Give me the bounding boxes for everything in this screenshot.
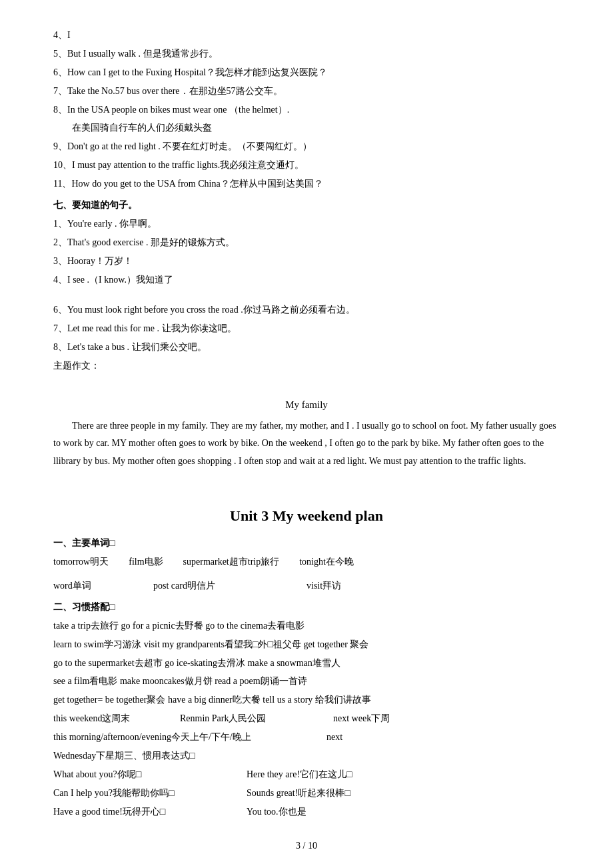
vocab-supermarket: supermarket超市trip旅行 — [183, 553, 280, 571]
sentence-6: 6、You must look right before you cross t… — [53, 301, 560, 319]
vocab-word: word单词 — [53, 577, 133, 595]
unit-title: Unit 3 My weekend plan — [53, 503, 560, 530]
sentence-4: 4、I see .（I know.）我知道了 — [53, 271, 560, 289]
essay-title: My family — [53, 396, 560, 415]
phrase-7b: next — [326, 729, 342, 746]
line-9: 9、Don't go at the red light . 不要在红灯时走。（不… — [53, 138, 560, 155]
vocab-row-1: tomorrow明天 film电影 supermarket超市trip旅行 to… — [53, 553, 560, 571]
vocab-postcard: post card明信片 — [153, 577, 287, 595]
section-seven-label: 七、要知道的句子。 — [53, 197, 560, 214]
line-10: 10、I must pay attention to the traffic l… — [53, 157, 560, 174]
line-8a: 8、In the USA people on bikes must wear o… — [53, 101, 560, 119]
line-6: 6、How can I get to the Fuxing Hospital？我… — [53, 64, 560, 81]
sentence-8: 8、Let's take a bus . 让我们乘公交吧。 — [53, 339, 560, 356]
line-7: 7、Take the No.57 bus over there．在那边坐57路公… — [53, 83, 560, 100]
sentence-3: 3、Hooray！万岁！ — [53, 253, 560, 270]
phrase-9a: What about you?你呢□ — [53, 766, 227, 783]
line-11: 11、How do you get to the USA from China？… — [53, 175, 560, 193]
line-8b: 在美国骑自行车的人们必须戴头盔 — [72, 119, 560, 137]
phrase-row-11: Have a good time!玩得开心□ You too.你也是 — [53, 803, 560, 821]
vocab-film: film电影 — [129, 553, 163, 571]
topic-label: 主题作文： — [53, 357, 560, 375]
phrase-5: get together= be together聚会 have a big d… — [53, 691, 560, 709]
phrase-row-10: Can I help you?我能帮助你吗□ Sounds great!听起来很… — [53, 785, 560, 802]
phrase-row-7: this morning/afternoon/evening今天上午/下午/晚上… — [53, 729, 560, 746]
sentence-1: 1、You're early . 你早啊。 — [53, 215, 560, 233]
spacer-2 — [53, 376, 560, 388]
sentence-2: 2、That's good exercise . 那是好的锻炼方式。 — [53, 234, 560, 251]
main-content: 4、I 5、But I usually walk . 但是我通常步行。 6、Ho… — [53, 27, 560, 821]
spacer-3 — [53, 471, 560, 491]
line-5: 5、But I usually walk . 但是我通常步行。 — [53, 45, 560, 63]
spacer-4 — [53, 572, 560, 577]
phrase-8a: Wednesday下星期三、惯用表达式□ — [53, 747, 560, 765]
phrase-row-6: this weekend这周末 Renmin Park人民公园 next wee… — [53, 710, 560, 727]
sentence-7: 7、Let me read this for me . 让我为你读这吧。 — [53, 320, 560, 337]
phrase-row-9: What about you?你呢□ Here they are!它们在这儿□ — [53, 766, 560, 783]
vocab-tonight: tonight在今晚 — [299, 553, 354, 571]
phrase-6a: this weekend这周末 — [53, 710, 160, 727]
spacer-1 — [53, 289, 560, 301]
phrase-10b: Sounds great!听起来很棒□ — [247, 785, 350, 802]
phrase-7a: this morning/afternoon/evening今天上午/下午/晚上 — [53, 729, 306, 746]
phrase-9b: Here they are!它们在这儿□ — [247, 766, 352, 783]
phrase-2: learn to swim学习游泳 visit my grandparents看… — [53, 636, 560, 653]
one-label: 一、主要单词□ — [53, 535, 560, 552]
line-4: 4、I — [53, 27, 560, 44]
phrase-6b: Renmin Park人民公园 — [180, 710, 313, 727]
phrase-4: see a film看电影 make mooncakes做月饼 read a p… — [53, 673, 560, 690]
two-label: 二、习惯搭配□ — [53, 599, 560, 616]
phrase-1: take a trip去旅行 go for a picnic去野餐 go to … — [53, 617, 560, 635]
phrase-11b: You too.你也是 — [247, 803, 306, 821]
phrase-6c: next week下周 — [333, 710, 390, 727]
page-number: 3 / 10 — [53, 841, 560, 851]
essay-body: There are three people in my family. The… — [53, 417, 560, 471]
vocab-visit: visit拜访 — [306, 577, 341, 595]
vocab-tomorrow: tomorrow明天 — [53, 553, 109, 571]
phrase-10a: Can I help you?我能帮助你吗□ — [53, 785, 227, 802]
phrase-3: go to the supermarket去超市 go ice-skating去… — [53, 655, 560, 672]
vocab-row-2: word单词 post card明信片 visit拜访 — [53, 577, 560, 595]
phrase-11a: Have a good time!玩得开心□ — [53, 803, 227, 821]
